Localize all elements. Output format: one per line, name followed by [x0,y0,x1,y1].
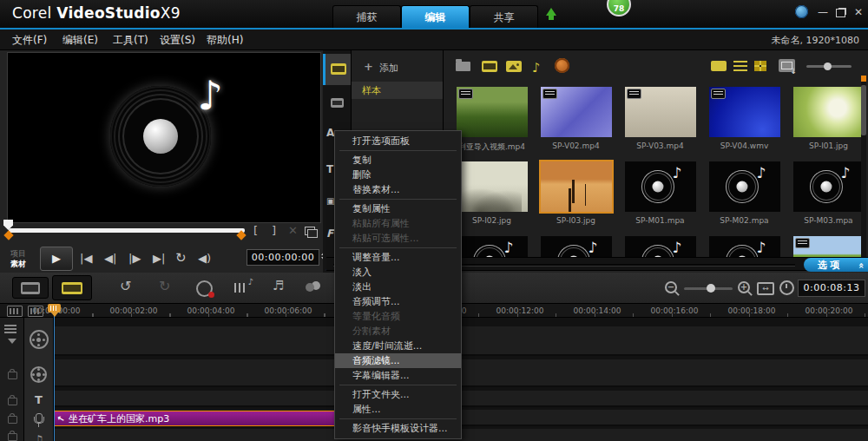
minimize-button[interactable]: — [818,6,828,18]
menu-item-copy[interactable]: 复制 [335,153,461,168]
menu-item-open-folder[interactable]: 打开文件夹... [335,387,461,402]
track-view-toggle-2[interactable] [28,306,43,317]
menu-item-properties[interactable]: 属性... [335,402,461,417]
enlarge-preview-button[interactable] [305,227,315,235]
tab-capture[interactable]: 捕获 [332,5,401,28]
thumbnail-size-slider[interactable] [806,65,852,68]
library-item[interactable]: ♪ SP-M03.mpa [786,161,861,225]
preview-player[interactable]: ♪ [7,52,321,223]
library-scrollbar[interactable] [861,78,866,269]
title-track-icon[interactable]: T [24,393,53,406]
redo-button[interactable]: ↻ [159,278,170,294]
options-button[interactable]: 选项 « [804,258,868,272]
menu-tools[interactable]: 工具(T) [113,33,148,48]
library-item[interactable]: SP-V04.wmv [702,87,786,150]
library-item[interactable]: SP-I02.jpg [450,161,534,225]
view-grid-button[interactable] [754,61,766,71]
go-start-button[interactable]: |◀ [80,252,92,265]
tab-edit[interactable]: 编辑 [401,5,470,28]
menu-item-fastflick-template-designer[interactable]: 影音快手模板设计器... [335,421,461,436]
menu-item-replace-clip[interactable]: 替换素材... [335,182,461,197]
media-library-tab[interactable] [323,54,351,85]
mode-clip-label[interactable]: 素材 [10,259,26,270]
import-media-button[interactable] [779,59,795,72]
globe-icon[interactable] [795,5,808,18]
audio-clip[interactable]: ↖ 坐在矿车上的国家.mp3 [54,411,381,426]
painting-creator-button[interactable] [306,283,314,292]
tab-share[interactable]: 共享 [470,5,538,28]
track-lock-voice-icon[interactable] [8,416,17,424]
timeline-playhead-marker[interactable] [48,304,61,313]
track-lock-overlay-icon[interactable] [8,372,17,379]
fit-timeline-button[interactable]: ↔ [757,282,774,295]
filter-tab-icon[interactable]: F [326,227,333,240]
track-lock-music-icon[interactable] [8,433,17,441]
slider-knob[interactable] [824,63,832,70]
mark-out-button[interactable]: ] [272,224,276,237]
filter-audio-button[interactable]: ♪ [532,59,541,76]
track-manager-icon[interactable] [4,325,16,333]
view-list-button[interactable] [733,61,747,71]
timeline-timecode[interactable]: 0:00:08:13 [798,280,865,297]
repeat-button[interactable]: ↻ [175,250,187,266]
filter-photo-button[interactable] [506,61,522,72]
track-lock-title-icon[interactable] [8,398,17,405]
mark-in-button[interactable]: [ [253,224,258,237]
menu-item-adjust-volume[interactable]: 调整音量... [335,250,461,265]
menu-item-speed-timelapse[interactable]: 速度/时间流逝... [335,339,461,353]
restore-button[interactable] [836,8,845,20]
library-item[interactable]: SP-V03.mp4 [618,87,702,150]
zoom-slider-knob[interactable] [707,284,715,293]
menu-help[interactable]: 帮助(H) [207,33,243,48]
track-caret-icon[interactable] [8,339,16,344]
menu-item-fade-in[interactable]: 淡入 [335,265,461,280]
auto-music-button[interactable]: ♬ [273,278,284,293]
next-frame-button[interactable]: |▶ [128,252,141,265]
library-item[interactable]: ♪ SP-M02.mpa [702,161,786,225]
storyboard-view-button[interactable] [12,277,49,299]
split-clip-button[interactable]: ✕ [288,224,298,237]
menu-item-copy-attributes[interactable]: 复制属性 [335,201,461,216]
close-button[interactable]: ✕ [854,6,863,18]
menu-item-subtitle-editor[interactable]: 字幕编辑器... [335,368,461,383]
title-tab-icon[interactable]: T [326,163,333,175]
menu-item-delete[interactable]: 删除 [335,168,461,182]
voice-track-icon[interactable] [36,413,43,423]
timeline-zoom-slider[interactable] [684,287,733,290]
track-view-toggle-1[interactable] [7,306,23,317]
transition-tab[interactable] [323,89,351,120]
library-item[interactable]: SP-V02.mp4 [534,87,618,150]
record-capture-button[interactable] [196,280,213,297]
library-folder-icon[interactable] [456,62,470,71]
library-item[interactable]: 利亚导入视频.mp4 [450,87,534,153]
menu-item-audio-adjust[interactable]: 音频调节... [335,294,461,309]
view-thumb-button[interactable] [711,61,727,71]
timeline-view-button[interactable] [52,275,92,300]
library-item-selected[interactable]: SP-I03.jpg [534,161,618,225]
go-end-button[interactable]: ▶| [153,252,165,265]
overlay-track-icon[interactable] [30,366,47,383]
filter-video-button[interactable] [482,61,497,72]
graphic-tab-icon[interactable]: A [326,127,334,139]
library-item[interactable]: ♪ SP-M01.mpa [618,161,702,225]
sound-mixer-button[interactable] [234,283,247,293]
play-button[interactable]: ▶ [40,247,73,271]
undo-button[interactable]: ↺ [120,278,131,294]
prev-frame-button[interactable]: ◀| [104,252,116,265]
preview-timecode[interactable]: 00:00:00:00 [247,249,319,266]
zoom-in-button[interactable]: + [738,281,750,293]
menu-settings[interactable]: 设置(S) [160,33,195,48]
preview-scrubber[interactable] [9,228,245,233]
sample-folder-item[interactable]: 样本 [352,82,444,99]
menu-item-open-options-panel[interactable]: 打开选项面板 [335,134,461,148]
add-folder-button[interactable]: + 添加 [352,59,444,76]
menu-edit[interactable]: 编辑(E) [62,33,98,48]
store-button[interactable] [555,58,569,73]
scrollbar-thumb[interactable] [861,85,866,135]
menu-item-fade-out[interactable]: 淡出 [335,280,461,294]
volume-button[interactable]: ◀) [198,252,211,265]
library-item[interactable]: SP-I01.jpg [786,87,861,150]
clock-icon[interactable] [779,280,794,295]
music-track-icon[interactable]: ♫ [24,433,53,441]
menu-item-audio-filter[interactable]: 音频滤镜... [335,353,461,368]
